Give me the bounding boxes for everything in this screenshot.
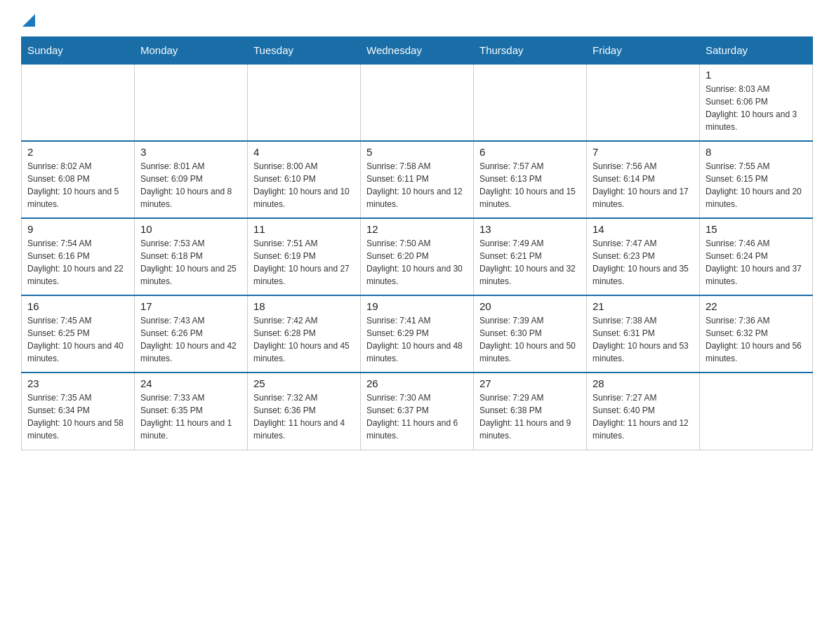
calendar-cell: 17Sunrise: 7:43 AM Sunset: 6:26 PM Dayli… [135,295,248,373]
calendar-cell: 26Sunrise: 7:30 AM Sunset: 6:37 PM Dayli… [361,373,474,450]
day-number: 1 [706,69,807,81]
calendar-cell: 27Sunrise: 7:29 AM Sunset: 6:38 PM Dayli… [474,373,587,450]
day-info: Sunrise: 7:41 AM Sunset: 6:29 PM Dayligh… [366,314,468,365]
calendar-cell: 11Sunrise: 7:51 AM Sunset: 6:19 PM Dayli… [248,218,361,295]
calendar-cell: 14Sunrise: 7:47 AM Sunset: 6:23 PM Dayli… [587,218,700,295]
calendar-cell [248,64,361,141]
weekday-header-tuesday: Tuesday [248,37,361,65]
day-number: 15 [706,223,807,235]
day-info: Sunrise: 7:29 AM Sunset: 6:38 PM Dayligh… [479,391,581,442]
calendar-week-1: 1Sunrise: 8:03 AM Sunset: 6:06 PM Daylig… [22,64,813,141]
weekday-header-saturday: Saturday [700,37,813,65]
day-number: 3 [140,146,241,158]
calendar-cell: 9Sunrise: 7:54 AM Sunset: 6:16 PM Daylig… [22,218,135,295]
calendar-cell: 20Sunrise: 7:39 AM Sunset: 6:30 PM Dayli… [474,295,587,373]
day-number: 22 [706,300,807,312]
day-number: 8 [706,146,807,158]
calendar-cell: 4Sunrise: 8:00 AM Sunset: 6:10 PM Daylig… [248,141,361,218]
day-info: Sunrise: 7:36 AM Sunset: 6:32 PM Dayligh… [706,314,807,365]
calendar-cell: 1Sunrise: 8:03 AM Sunset: 6:06 PM Daylig… [700,64,813,141]
day-number: 12 [366,223,468,235]
day-info: Sunrise: 7:39 AM Sunset: 6:30 PM Dayligh… [479,314,581,365]
day-info: Sunrise: 7:55 AM Sunset: 6:15 PM Dayligh… [706,160,807,210]
calendar-cell: 24Sunrise: 7:33 AM Sunset: 6:35 PM Dayli… [135,373,248,450]
weekday-header-sunday: Sunday [22,37,135,65]
svg-marker-0 [22,14,35,27]
weekday-header-thursday: Thursday [474,37,587,65]
calendar-cell: 21Sunrise: 7:38 AM Sunset: 6:31 PM Dayli… [587,295,700,373]
calendar-week-2: 2Sunrise: 8:02 AM Sunset: 6:08 PM Daylig… [22,141,813,218]
calendar-cell: 5Sunrise: 7:58 AM Sunset: 6:11 PM Daylig… [361,141,474,218]
day-info: Sunrise: 7:53 AM Sunset: 6:18 PM Dayligh… [140,237,241,288]
calendar-cell [700,373,813,450]
day-number: 17 [140,300,241,312]
day-number: 14 [593,223,694,235]
day-number: 7 [593,146,694,158]
day-number: 20 [479,300,581,312]
day-number: 26 [366,377,468,389]
day-info: Sunrise: 7:42 AM Sunset: 6:28 PM Dayligh… [253,314,355,365]
logo [21,14,35,29]
calendar-cell [474,64,587,141]
calendar-cell: 6Sunrise: 7:57 AM Sunset: 6:13 PM Daylig… [474,141,587,218]
day-number: 16 [27,300,128,312]
day-number: 18 [253,300,355,312]
day-number: 4 [253,146,355,158]
calendar-cell [361,64,474,141]
calendar-cell: 28Sunrise: 7:27 AM Sunset: 6:40 PM Dayli… [587,373,700,450]
day-number: 13 [479,223,581,235]
day-number: 5 [366,146,468,158]
day-number: 23 [27,377,128,389]
day-info: Sunrise: 7:54 AM Sunset: 6:16 PM Dayligh… [27,237,128,288]
calendar-cell: 19Sunrise: 7:41 AM Sunset: 6:29 PM Dayli… [361,295,474,373]
day-info: Sunrise: 8:03 AM Sunset: 6:06 PM Dayligh… [706,83,807,133]
day-info: Sunrise: 7:58 AM Sunset: 6:11 PM Dayligh… [366,160,468,210]
calendar-cell: 23Sunrise: 7:35 AM Sunset: 6:34 PM Dayli… [22,373,135,450]
weekday-header-monday: Monday [135,37,248,65]
calendar-cell: 2Sunrise: 8:02 AM Sunset: 6:08 PM Daylig… [22,141,135,218]
logo-triangle-icon [22,14,35,27]
day-info: Sunrise: 7:43 AM Sunset: 6:26 PM Dayligh… [140,314,241,365]
calendar-week-5: 23Sunrise: 7:35 AM Sunset: 6:34 PM Dayli… [22,373,813,450]
calendar-cell [22,64,135,141]
day-info: Sunrise: 7:56 AM Sunset: 6:14 PM Dayligh… [593,160,694,210]
day-info: Sunrise: 7:45 AM Sunset: 6:25 PM Dayligh… [27,314,128,365]
day-info: Sunrise: 7:51 AM Sunset: 6:19 PM Dayligh… [253,237,355,288]
calendar-cell: 25Sunrise: 7:32 AM Sunset: 6:36 PM Dayli… [248,373,361,450]
day-info: Sunrise: 7:50 AM Sunset: 6:20 PM Dayligh… [366,237,468,288]
calendar-cell: 8Sunrise: 7:55 AM Sunset: 6:15 PM Daylig… [700,141,813,218]
day-number: 2 [27,146,128,158]
calendar-table: SundayMondayTuesdayWednesdayThursdayFrid… [21,36,813,450]
day-info: Sunrise: 8:02 AM Sunset: 6:08 PM Dayligh… [27,160,128,210]
day-number: 28 [593,377,694,389]
calendar-cell: 18Sunrise: 7:42 AM Sunset: 6:28 PM Dayli… [248,295,361,373]
calendar-cell: 16Sunrise: 7:45 AM Sunset: 6:25 PM Dayli… [22,295,135,373]
weekday-header-wednesday: Wednesday [361,37,474,65]
day-number: 6 [479,146,581,158]
calendar-week-4: 16Sunrise: 7:45 AM Sunset: 6:25 PM Dayli… [22,295,813,373]
day-number: 10 [140,223,241,235]
day-number: 25 [253,377,355,389]
calendar-header-row: SundayMondayTuesdayWednesdayThursdayFrid… [22,37,813,65]
page-header [21,14,813,29]
day-info: Sunrise: 7:35 AM Sunset: 6:34 PM Dayligh… [27,391,128,442]
day-number: 11 [253,223,355,235]
calendar-week-3: 9Sunrise: 7:54 AM Sunset: 6:16 PM Daylig… [22,218,813,295]
day-info: Sunrise: 7:49 AM Sunset: 6:21 PM Dayligh… [479,237,581,288]
day-number: 24 [140,377,241,389]
weekday-header-friday: Friday [587,37,700,65]
day-number: 9 [27,223,128,235]
day-number: 27 [479,377,581,389]
day-info: Sunrise: 7:33 AM Sunset: 6:35 PM Dayligh… [140,391,241,442]
calendar-cell: 7Sunrise: 7:56 AM Sunset: 6:14 PM Daylig… [587,141,700,218]
day-info: Sunrise: 7:38 AM Sunset: 6:31 PM Dayligh… [593,314,694,365]
calendar-cell: 3Sunrise: 8:01 AM Sunset: 6:09 PM Daylig… [135,141,248,218]
calendar-cell: 10Sunrise: 7:53 AM Sunset: 6:18 PM Dayli… [135,218,248,295]
day-info: Sunrise: 8:00 AM Sunset: 6:10 PM Dayligh… [253,160,355,210]
day-number: 21 [593,300,694,312]
day-number: 19 [366,300,468,312]
day-info: Sunrise: 7:30 AM Sunset: 6:37 PM Dayligh… [366,391,468,442]
calendar-cell [587,64,700,141]
calendar-cell: 22Sunrise: 7:36 AM Sunset: 6:32 PM Dayli… [700,295,813,373]
calendar-cell: 13Sunrise: 7:49 AM Sunset: 6:21 PM Dayli… [474,218,587,295]
